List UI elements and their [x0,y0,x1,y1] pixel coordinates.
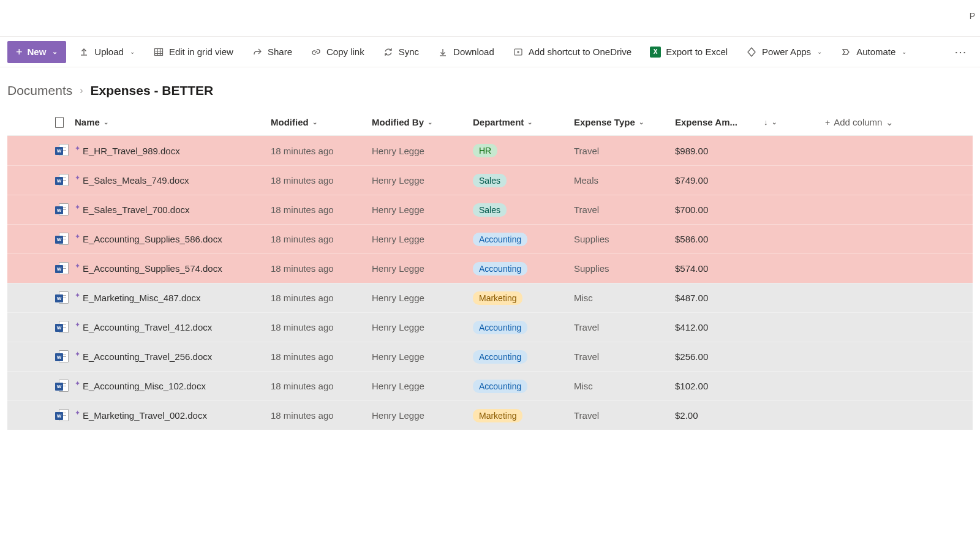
breadcrumb-parent[interactable]: Documents [7,83,72,98]
automate-button[interactable]: Automate ⌄ [834,43,913,61]
table-row[interactable]: W ✦ E_Marketing_Misc_487.docx 18 minutes… [7,283,973,312]
modified-by-cell: Henry Legge [372,263,473,274]
department-pill: Accounting [473,321,527,334]
file-name-cell[interactable]: ✦ E_HR_Travel_989.docx [75,146,271,156]
modified-cell: 18 minutes ago [271,322,372,332]
new-button[interactable]: + New ⌄ [7,41,66,63]
expense-amount-cell: $487.00 [675,293,764,303]
file-name-cell[interactable]: ✦ E_Marketing_Misc_487.docx [75,293,271,303]
modified-by-cell: Henry Legge [372,204,473,215]
modified-cell: 18 minutes ago [271,381,372,391]
automate-label: Automate [856,47,895,57]
column-header-expense-amount[interactable]: Expense Am... [675,117,764,127]
modified-cell: 18 minutes ago [271,234,372,244]
file-name-label: E_Accounting_Travel_256.docx [83,351,212,362]
file-name-cell[interactable]: ✦ E_Sales_Travel_700.docx [75,204,271,215]
export-excel-button[interactable]: X Export to Excel [644,43,734,61]
modified-cell: 18 minutes ago [271,146,372,156]
expense-type-cell: Travel [574,410,675,421]
file-type-cell: W [44,262,75,276]
column-header-name-label: Name [75,117,100,127]
plus-icon: + [825,118,830,127]
word-document-icon: W [55,350,69,364]
file-name-cell[interactable]: ✦ E_Accounting_Supplies_574.docx [75,263,271,274]
department-pill: Marketing [473,291,522,305]
document-list: Name ⌄ Modified ⌄ Modified By ⌄ Departme… [7,109,973,430]
table-row[interactable]: W ✦ E_Accounting_Travel_256.docx 18 minu… [7,342,973,371]
file-type-cell: W [44,409,75,422]
file-type-cell: W [44,291,75,305]
table-row[interactable]: W ✦ E_Sales_Travel_700.docx 18 minutes a… [7,195,973,224]
expense-amount-cell: $700.00 [675,204,764,215]
table-row[interactable]: W ✦ E_Accounting_Misc_102.docx 18 minute… [7,371,973,400]
command-bar: + New ⌄ Upload ⌄ Edit in grid view Share… [0,37,980,67]
file-name-cell[interactable]: ✦ E_Accounting_Travel_412.docx [75,322,271,332]
table-row[interactable]: W ✦ E_Accounting_Supplies_586.docx 18 mi… [7,224,973,253]
table-row[interactable]: W ✦ E_HR_Travel_989.docx 18 minutes ago … [7,136,973,165]
file-name-label: E_Marketing_Misc_487.docx [83,293,201,303]
column-header-modified[interactable]: Modified ⌄ [271,117,372,127]
chevron-down-icon: ⌄ [312,119,317,126]
word-document-icon: W [55,380,69,393]
file-name-label: E_Marketing_Travel_002.docx [83,410,207,421]
modified-by-cell: Henry Legge [372,175,473,186]
file-name-cell[interactable]: ✦ E_Accounting_Travel_256.docx [75,351,271,362]
file-name-label: E_Sales_Meals_749.docx [83,175,189,186]
share-button[interactable]: Share [246,43,298,61]
sync-label: Sync [399,47,419,57]
department-pill: Accounting [473,262,527,276]
column-header-modified-by[interactable]: Modified By ⌄ [372,117,473,127]
file-type-cell: W [44,174,75,187]
file-name-cell[interactable]: ✦ E_Accounting_Misc_102.docx [75,381,271,391]
add-shortcut-button[interactable]: Add shortcut to OneDrive [507,43,638,61]
modified-by-cell: Henry Legge [372,234,473,244]
svg-rect-0 [154,48,162,55]
expense-type-cell: Travel [574,322,675,332]
file-type-cell: W [44,233,75,246]
word-document-icon: W [55,291,69,305]
file-name-cell[interactable]: ✦ E_Accounting_Supplies_586.docx [75,234,271,244]
copy-link-button[interactable]: Copy link [304,43,371,61]
modified-cell: 18 minutes ago [271,293,372,303]
expense-type-cell: Supplies [574,263,675,274]
edit-grid-label: Edit in grid view [169,47,233,57]
table-row[interactable]: W ✦ E_Accounting_Supplies_574.docx 18 mi… [7,253,973,283]
new-indicator-icon: ✦ [75,381,80,388]
department-cell: Marketing [473,291,574,305]
more-commands-button[interactable]: ⋯ [948,42,973,62]
topbar-right-fragment: P [970,11,975,21]
upload-icon [78,47,89,58]
edit-grid-button[interactable]: Edit in grid view [147,43,239,61]
share-label: Share [268,47,292,57]
column-header-sort[interactable]: ↓ ⌄ [764,118,825,127]
column-header-department[interactable]: Department ⌄ [473,117,574,127]
department-cell: Marketing [473,409,574,422]
sync-button[interactable]: Sync [377,43,425,61]
expense-amount-cell: $2.00 [675,410,764,421]
table-row[interactable]: W ✦ E_Marketing_Travel_002.docx 18 minut… [7,400,973,430]
table-row[interactable]: W ✦ E_Sales_Meals_749.docx 18 minutes ag… [7,165,973,195]
expense-amount-cell: $412.00 [675,322,764,332]
plus-icon: + [16,47,23,58]
column-header-expense-type[interactable]: Expense Type ⌄ [574,117,675,127]
column-header-name[interactable]: Name ⌄ [75,117,271,127]
chevron-down-icon: ⌄ [104,119,108,126]
add-column-button[interactable]: + Add column ⌄ [825,117,935,128]
shortcut-icon [513,47,524,58]
word-document-icon: W [55,321,69,334]
power-apps-button[interactable]: Power Apps ⌄ [740,43,828,61]
column-header-department-label: Department [473,117,524,127]
power-apps-label: Power Apps [762,47,811,57]
file-name-cell[interactable]: ✦ E_Marketing_Travel_002.docx [75,410,271,421]
department-cell: Accounting [473,262,574,276]
department-cell: Sales [473,203,574,217]
download-button[interactable]: Download [431,43,500,61]
chevron-down-icon: ⌄ [52,48,58,56]
upload-button[interactable]: Upload ⌄ [72,43,141,61]
column-header-expense-type-label: Expense Type [574,117,635,127]
department-cell: HR [473,144,574,157]
power-apps-icon [746,47,757,58]
file-name-cell[interactable]: ✦ E_Sales_Meals_749.docx [75,175,271,186]
table-row[interactable]: W ✦ E_Accounting_Travel_412.docx 18 minu… [7,312,973,342]
column-header-type[interactable] [44,117,75,128]
